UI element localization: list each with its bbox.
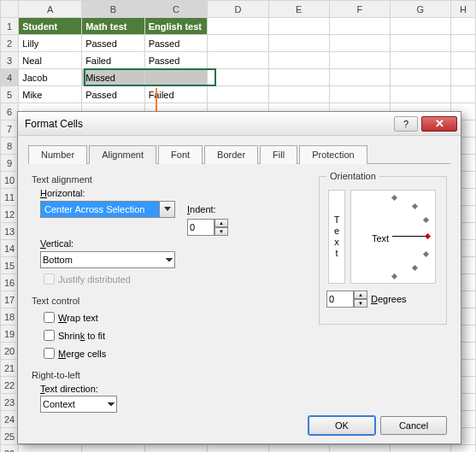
row-4[interactable]: 4 (1, 69, 19, 86)
orientation-dial[interactable]: Text (350, 190, 436, 284)
col-G[interactable]: G (390, 1, 450, 18)
row-3[interactable]: 3 (1, 52, 19, 69)
col-F[interactable]: F (329, 1, 390, 18)
cell-C3[interactable]: Passed (144, 52, 208, 69)
cell-B4[interactable]: Missed (82, 69, 145, 86)
cell-A2[interactable]: Lilly (19, 35, 82, 52)
horizontal-select[interactable]: Center Across Selection (40, 201, 175, 218)
tab-alignment[interactable]: Alignment (89, 145, 156, 164)
row-24[interactable]: 24 (1, 411, 19, 428)
cell[interactable] (329, 86, 390, 103)
cancel-button[interactable]: Cancel (380, 416, 447, 435)
cell[interactable] (208, 35, 268, 52)
row-21[interactable]: 21 (1, 360, 19, 377)
tab-fill[interactable]: Fill (260, 145, 297, 164)
close-button[interactable]: ✕ (421, 116, 457, 132)
cell-C5[interactable]: Failed (144, 86, 208, 103)
cell[interactable] (268, 86, 329, 103)
tab-number[interactable]: Number (28, 145, 87, 164)
cell[interactable] (390, 52, 450, 69)
cell-A3[interactable]: Neal (19, 52, 82, 69)
cell[interactable] (329, 445, 390, 453)
row-25[interactable]: 25 (1, 428, 19, 445)
cell[interactable] (451, 35, 476, 52)
spin-down-icon[interactable]: ▼ (214, 227, 228, 236)
text-direction-select[interactable]: Context (40, 396, 117, 413)
cell[interactable] (451, 52, 476, 69)
row-18[interactable]: 18 (1, 308, 19, 326)
cell[interactable] (451, 445, 476, 453)
cell[interactable] (208, 69, 268, 86)
col-A[interactable]: A (19, 1, 82, 18)
row-5[interactable]: 5 (1, 86, 19, 103)
tab-font[interactable]: Font (158, 145, 203, 164)
shrink-checkbox[interactable] (44, 330, 55, 341)
row-10[interactable]: 10 (1, 172, 19, 189)
spin-up-icon[interactable]: ▲ (354, 291, 367, 299)
cell[interactable] (208, 18, 268, 35)
cell[interactable] (208, 86, 268, 103)
row-13[interactable]: 13 (1, 223, 19, 240)
indent-spinner[interactable]: ▲▼ (187, 219, 228, 236)
cell-A5[interactable]: Mike (19, 86, 82, 103)
cell[interactable] (268, 445, 329, 453)
wrap-checkbox[interactable] (44, 312, 55, 323)
indent-input[interactable] (187, 219, 214, 236)
cell[interactable] (390, 35, 450, 52)
cell[interactable] (268, 18, 329, 35)
cell[interactable] (329, 52, 390, 69)
row-17[interactable]: 17 (1, 291, 19, 308)
spin-up-icon[interactable]: ▲ (214, 219, 228, 227)
cell-C4[interactable] (144, 69, 208, 86)
col-C[interactable]: C (144, 1, 208, 18)
row-19[interactable]: 19 (1, 326, 19, 343)
row-23[interactable]: 23 (1, 394, 19, 411)
cell[interactable] (329, 18, 390, 35)
cell-B3[interactable]: Failed (82, 52, 145, 69)
tab-border[interactable]: Border (204, 145, 258, 164)
degrees-spinner[interactable]: ▲▼ (326, 291, 367, 308)
row-6[interactable]: 6 (1, 103, 19, 120)
cell[interactable] (144, 445, 208, 453)
row-12[interactable]: 12 (1, 206, 19, 223)
row-14[interactable]: 14 (1, 240, 19, 257)
cell-C2[interactable]: Passed (144, 35, 208, 52)
row-15[interactable]: 15 (1, 257, 19, 274)
row-2[interactable]: 2 (1, 35, 19, 52)
col-H[interactable]: H (451, 1, 476, 18)
row-16[interactable]: 16 (1, 274, 19, 291)
cell-B1[interactable]: Math test (82, 18, 145, 35)
cell[interactable] (451, 86, 476, 103)
spin-down-icon[interactable]: ▼ (354, 299, 367, 308)
cell[interactable] (390, 69, 450, 86)
row-9[interactable]: 9 (1, 155, 19, 172)
row-22[interactable]: 22 (1, 377, 19, 394)
degrees-input[interactable] (326, 291, 354, 308)
cell[interactable] (208, 445, 268, 453)
row-7[interactable]: 7 (1, 120, 19, 138)
cell-B5[interactable]: Passed (82, 86, 145, 103)
help-button[interactable]: ? (394, 116, 418, 132)
cell[interactable] (451, 69, 476, 86)
cell[interactable] (329, 69, 390, 86)
row-8[interactable]: 8 (1, 138, 19, 155)
orientation-vertical-button[interactable]: Text (328, 190, 345, 284)
merge-checkbox[interactable] (44, 348, 55, 359)
row-1[interactable]: 1 (1, 18, 19, 35)
cell[interactable] (208, 52, 268, 69)
cell[interactable] (329, 35, 390, 52)
row-20[interactable]: 20 (1, 343, 19, 360)
tab-protection[interactable]: Protection (299, 145, 367, 164)
cell-A4[interactable]: Jacob (19, 69, 82, 86)
cell[interactable] (268, 52, 329, 69)
col-E[interactable]: E (268, 1, 329, 18)
cell[interactable] (268, 69, 329, 86)
ok-button[interactable]: OK (309, 416, 375, 435)
cell-A1[interactable]: Student (19, 18, 82, 35)
cell[interactable] (82, 445, 145, 453)
cell[interactable] (19, 445, 82, 453)
cell-B2[interactable]: Passed (82, 35, 145, 52)
row-26[interactable]: 26 (1, 445, 19, 453)
dropdown-icon[interactable] (160, 201, 175, 218)
col-B[interactable]: B (82, 1, 145, 18)
